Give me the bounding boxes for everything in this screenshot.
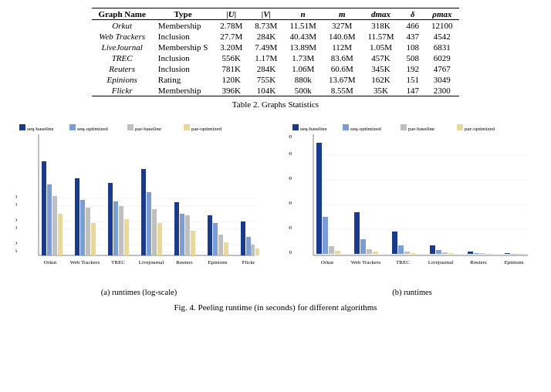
table-caption: Table 2. Graphs Statistics <box>232 100 319 109</box>
stats-table: Graph Name Type |U| |V| n m dmax δ ρmax … <box>92 8 458 96</box>
table-cell: Membership S <box>152 42 214 52</box>
svg-rect-6 <box>184 124 190 130</box>
chart-a-container: seq-baseline seq-optimized par-baseline … <box>15 123 262 296</box>
svg-rect-100 <box>480 253 485 254</box>
table-cell: Membership <box>152 85 214 96</box>
svg-rect-47 <box>208 215 212 255</box>
svg-rect-84 <box>360 239 366 254</box>
svg-rect-37 <box>141 169 146 255</box>
svg-text:0: 0 <box>289 249 292 255</box>
table-row: EpinionsRating120K755K880k13.67M162K1513… <box>92 74 458 85</box>
svg-text:2000: 2000 <box>289 200 292 206</box>
table-cell: 2300 <box>425 85 459 96</box>
table-cell: 880k <box>283 74 323 85</box>
svg-text:Web Trackers: Web Trackers <box>351 259 381 265</box>
svg-text:par-baseline: par-baseline <box>408 126 434 132</box>
svg-rect-44 <box>185 215 190 255</box>
svg-text:Livejournal: Livejournal <box>139 259 164 265</box>
table-cell: Inclusion <box>152 52 214 63</box>
svg-text:Livejournal: Livejournal <box>428 259 454 265</box>
svg-rect-99 <box>474 253 479 254</box>
svg-text:50: 50 <box>15 225 18 231</box>
table-cell: 13.89M <box>283 42 323 52</box>
svg-rect-4 <box>127 124 134 130</box>
table-cell: Rating <box>152 74 214 85</box>
svg-text:TREC: TREC <box>111 259 125 265</box>
table-cell: 83.6M <box>323 52 362 63</box>
svg-rect-27 <box>75 178 79 255</box>
table-cell: 1.05M <box>361 42 400 52</box>
table-cell: 151 <box>401 74 426 85</box>
svg-text:10: 10 <box>15 240 18 246</box>
table-row: Web TrackersInclusion27.7M284K40.43M140.… <box>92 31 458 42</box>
svg-rect-93 <box>430 245 435 254</box>
charts-section: seq-baseline seq-optimized par-baseline … <box>15 123 536 296</box>
svg-rect-48 <box>213 223 218 255</box>
svg-text:500: 500 <box>15 201 18 208</box>
col-header-u: |U| <box>214 8 248 20</box>
svg-rect-57 <box>292 124 299 130</box>
svg-text:par-baseline: par-baseline <box>135 126 161 132</box>
svg-rect-106 <box>523 254 527 255</box>
col-header-dmax: dmax <box>361 8 400 20</box>
table-row: ReutersInclusion781K284K1.06M60.6M345K19… <box>92 63 458 74</box>
svg-rect-29 <box>86 208 90 255</box>
svg-rect-79 <box>323 217 328 254</box>
table-cell: 12100 <box>425 20 459 32</box>
table-cell: 1.73M <box>283 52 323 63</box>
svg-rect-50 <box>224 242 228 255</box>
table-cell: 466 <box>401 20 426 32</box>
table-cell: Web Trackers <box>92 31 151 42</box>
figure-caption: Fig. 4. Peeling runtime (in seconds) for… <box>15 302 536 312</box>
table-cell: 3.20M <box>214 42 248 52</box>
svg-rect-96 <box>448 253 454 254</box>
svg-text:Orkut: Orkut <box>321 259 333 265</box>
svg-text:100: 100 <box>15 217 18 223</box>
table-cell: 284K <box>248 63 283 74</box>
svg-text:par-optimized: par-optimized <box>191 126 222 132</box>
table-cell: 13.67M <box>323 74 362 85</box>
chart-a-title: (a) runtimes (log-scale) <box>101 288 177 296</box>
svg-rect-34 <box>119 206 123 255</box>
svg-rect-52 <box>241 221 245 255</box>
svg-text:Reuters: Reuters <box>176 259 193 265</box>
svg-text:1000: 1000 <box>289 225 292 231</box>
table-cell: 437 <box>401 31 426 42</box>
col-header-v: |V| <box>248 8 283 20</box>
table-cell: 396K <box>214 85 248 96</box>
table-cell: Flickr <box>92 85 151 96</box>
table-cell: 120K <box>214 74 248 85</box>
svg-rect-28 <box>80 200 85 255</box>
table-cell: 6029 <box>425 52 459 63</box>
col-header-graph: Graph Name <box>92 8 151 20</box>
chart-a-svg: seq-baseline seq-optimized par-baseline … <box>15 123 262 285</box>
svg-text:Epinions: Epinions <box>208 259 228 265</box>
svg-rect-90 <box>404 252 410 254</box>
chart-b-svg: seq-baseline seq-optimized par-baseline … <box>289 123 536 285</box>
table-cell: 3049 <box>425 74 459 85</box>
table-cell: 500k <box>283 85 323 96</box>
col-header-rhomax: ρmax <box>425 8 459 20</box>
svg-rect-105 <box>517 254 522 255</box>
svg-rect-25 <box>58 214 63 255</box>
svg-rect-80 <box>329 246 334 254</box>
table-cell: 318K <box>361 20 400 32</box>
table-cell: 112M <box>323 42 362 52</box>
svg-rect-2 <box>69 124 76 130</box>
svg-text:Reuters: Reuters <box>470 259 487 265</box>
svg-text:Web Trackers: Web Trackers <box>70 259 100 265</box>
svg-rect-89 <box>398 245 404 254</box>
svg-text:5000: 5000 <box>289 133 292 140</box>
svg-rect-32 <box>108 183 113 255</box>
svg-text:4000: 4000 <box>289 150 292 157</box>
table-cell: 556K <box>214 52 248 63</box>
svg-text:seq-baseline: seq-baseline <box>27 126 54 132</box>
table-cell: 6831 <box>425 42 459 52</box>
svg-text:3000: 3000 <box>289 175 292 181</box>
svg-text:seq-optimized: seq-optimized <box>350 126 381 132</box>
table-cell: 147 <box>401 85 426 96</box>
svg-text:seq-baseline: seq-baseline <box>300 126 327 132</box>
svg-text:Orkut: Orkut <box>44 259 56 265</box>
col-header-type: Type <box>152 8 214 20</box>
svg-rect-53 <box>246 237 251 255</box>
